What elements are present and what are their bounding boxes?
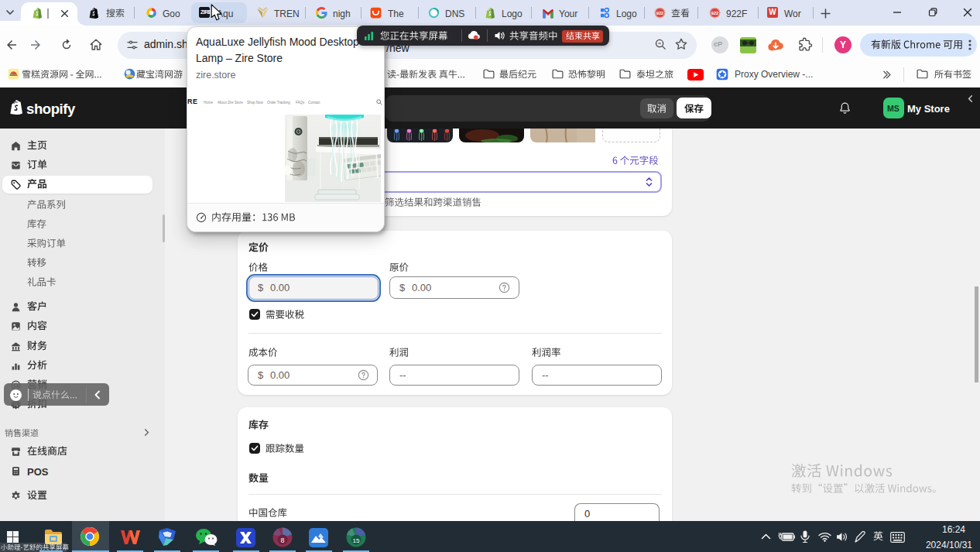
svg-text:8: 8 [280, 537, 284, 544]
svg-text:922: 922 [656, 11, 663, 15]
svg-text:15: 15 [353, 537, 360, 544]
svg-text:922: 922 [711, 11, 718, 15]
